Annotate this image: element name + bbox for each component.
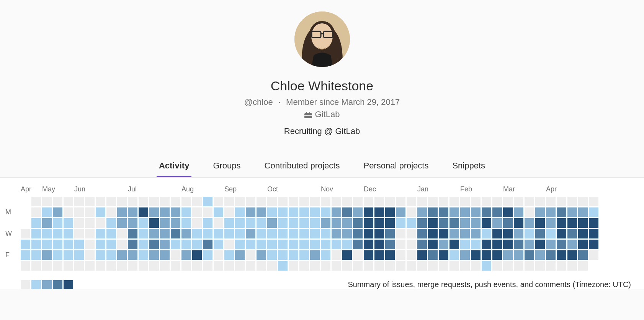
contribution-day[interactable] xyxy=(203,218,212,228)
contribution-day[interactable] xyxy=(482,218,491,228)
contribution-day[interactable] xyxy=(342,261,352,271)
contribution-day[interactable] xyxy=(160,197,170,206)
contribution-day[interactable] xyxy=(439,240,448,249)
contribution-day[interactable] xyxy=(567,261,577,271)
contribution-day[interactable] xyxy=(514,261,523,271)
contribution-day[interactable] xyxy=(567,197,577,206)
contribution-day[interactable] xyxy=(321,229,330,238)
contribution-day[interactable] xyxy=(310,197,320,206)
contribution-day[interactable] xyxy=(64,261,73,271)
contribution-day[interactable] xyxy=(449,218,459,228)
contribution-day[interactable] xyxy=(117,250,127,260)
contribution-day[interactable] xyxy=(235,250,245,260)
contribution-day[interactable] xyxy=(53,197,62,206)
tab-snippets[interactable]: Snippets xyxy=(450,155,487,177)
contribution-day[interactable] xyxy=(546,240,556,249)
contribution-day[interactable] xyxy=(492,218,502,228)
contribution-day[interactable] xyxy=(310,261,320,271)
contribution-day[interactable] xyxy=(396,218,405,228)
contribution-day[interactable] xyxy=(74,207,84,217)
contribution-day[interactable] xyxy=(278,240,288,249)
contribution-day[interactable] xyxy=(396,197,405,206)
contribution-day[interactable] xyxy=(482,229,491,238)
contribution-day[interactable] xyxy=(353,240,363,249)
contribution-day[interactable] xyxy=(192,229,202,238)
contribution-day[interactable] xyxy=(235,218,245,228)
contribution-day[interactable] xyxy=(310,229,320,238)
contribution-day[interactable] xyxy=(546,261,556,271)
contribution-day[interactable] xyxy=(181,218,191,228)
contribution-day[interactable] xyxy=(321,250,330,260)
contribution-day[interactable] xyxy=(171,197,180,206)
contribution-day[interactable] xyxy=(160,250,170,260)
contribution-day[interactable] xyxy=(160,207,170,217)
contribution-day[interactable] xyxy=(214,207,223,217)
contribution-day[interactable] xyxy=(64,240,73,249)
contribution-day[interactable] xyxy=(289,240,298,249)
contribution-day[interactable] xyxy=(417,240,427,249)
contribution-day[interactable] xyxy=(235,229,245,238)
contribution-day[interactable] xyxy=(374,197,384,206)
contribution-day[interactable] xyxy=(128,197,137,206)
contribution-day[interactable] xyxy=(149,240,159,249)
contribution-day[interactable] xyxy=(96,218,105,228)
contribution-day[interactable] xyxy=(492,240,502,249)
contribution-day[interactable] xyxy=(235,240,245,249)
contribution-day[interactable] xyxy=(96,250,105,260)
contribution-day[interactable] xyxy=(53,240,62,249)
contribution-day[interactable] xyxy=(460,250,470,260)
contribution-day[interactable] xyxy=(117,240,127,249)
contribution-day[interactable] xyxy=(181,250,191,260)
contribution-day[interactable] xyxy=(214,229,223,238)
contribution-day[interactable] xyxy=(117,261,127,271)
contribution-day[interactable] xyxy=(342,218,352,228)
tab-contributed-projects[interactable]: Contributed projects xyxy=(262,155,342,177)
contribution-day[interactable] xyxy=(160,218,170,228)
contribution-day[interactable] xyxy=(289,218,298,228)
contribution-day[interactable] xyxy=(589,240,598,249)
contribution-day[interactable] xyxy=(353,218,363,228)
contribution-day[interactable] xyxy=(181,229,191,238)
contribution-day[interactable] xyxy=(342,229,352,238)
contribution-day[interactable] xyxy=(149,218,159,228)
contribution-day[interactable] xyxy=(224,207,234,217)
contribution-day[interactable] xyxy=(471,250,481,260)
contribution-day[interactable] xyxy=(460,229,470,238)
contribution-day[interactable] xyxy=(482,197,491,206)
contribution-day[interactable] xyxy=(514,218,523,228)
contribution-day[interactable] xyxy=(149,229,159,238)
contribution-day[interactable] xyxy=(385,207,395,217)
contribution-day[interactable] xyxy=(396,250,405,260)
contribution-day[interactable] xyxy=(589,229,598,238)
contribution-day[interactable] xyxy=(449,240,459,249)
contribution-day[interactable] xyxy=(557,197,566,206)
contribution-day[interactable] xyxy=(353,197,363,206)
contribution-day[interactable] xyxy=(214,261,223,271)
contribution-day[interactable] xyxy=(546,250,556,260)
contribution-day[interactable] xyxy=(96,197,105,206)
contribution-day[interactable] xyxy=(321,197,330,206)
contribution-day[interactable] xyxy=(525,240,534,249)
contribution-day[interactable] xyxy=(449,261,459,271)
contribution-day[interactable] xyxy=(525,229,534,238)
contribution-day[interactable] xyxy=(117,197,127,206)
contribution-day[interactable] xyxy=(85,240,95,249)
contribution-day[interactable] xyxy=(224,218,234,228)
contribution-day[interactable] xyxy=(374,250,384,260)
contribution-day[interactable] xyxy=(310,250,320,260)
contribution-day[interactable] xyxy=(278,250,288,260)
contribution-day[interactable] xyxy=(214,197,223,206)
contribution-day[interactable] xyxy=(42,229,52,238)
contribution-day[interactable] xyxy=(407,218,416,228)
contribution-day[interactable] xyxy=(278,229,288,238)
contribution-day[interactable] xyxy=(85,207,95,217)
contribution-day[interactable] xyxy=(257,261,266,271)
contribution-day[interactable] xyxy=(53,218,62,228)
contribution-day[interactable] xyxy=(53,261,62,271)
contribution-day[interactable] xyxy=(181,240,191,249)
contribution-day[interactable] xyxy=(160,229,170,238)
contribution-day[interactable] xyxy=(364,207,373,217)
contribution-day[interactable] xyxy=(106,240,116,249)
contribution-day[interactable] xyxy=(42,218,52,228)
contribution-day[interactable] xyxy=(289,197,298,206)
